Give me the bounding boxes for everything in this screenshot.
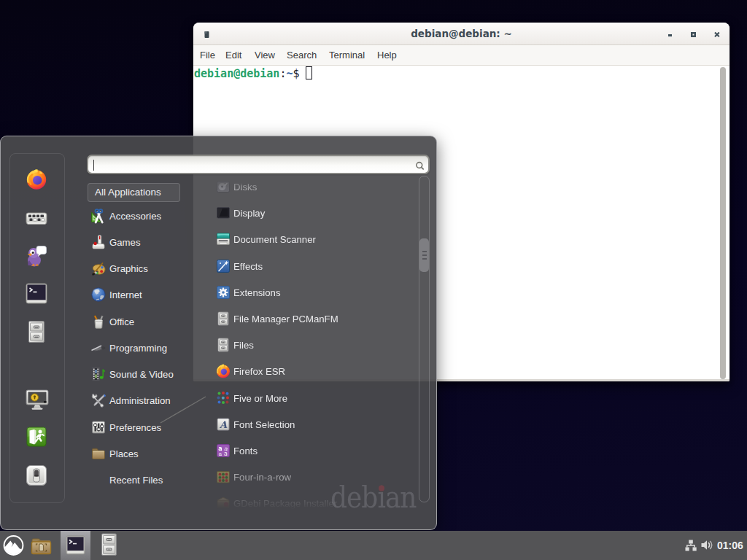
- menu-file[interactable]: File: [200, 45, 215, 65]
- display-icon: [215, 205, 231, 221]
- category-preferences[interactable]: Preferences: [87, 414, 211, 440]
- app-firefox-esr[interactable]: Firefox ESR: [209, 358, 415, 384]
- terminal-menubar: File Edit View Search Terminal Help: [193, 45, 729, 66]
- app-extensions[interactable]: Extensions: [209, 279, 415, 306]
- files-launcher-icon[interactable]: [101, 533, 117, 556]
- menu-scrollbar-thumb[interactable]: [419, 238, 429, 272]
- internet-icon: [90, 287, 107, 303]
- menu-help[interactable]: Help: [377, 45, 397, 65]
- panel-clock[interactable]: 01:06: [717, 531, 746, 560]
- graphics-icon: [90, 260, 107, 276]
- terminal-icon: [66, 535, 85, 556]
- games-icon: [90, 234, 107, 250]
- app-font-selection[interactable]: A Font Selection: [209, 411, 415, 438]
- extensions-icon: [215, 284, 231, 300]
- accessories-icon: [90, 208, 107, 224]
- search-caret: [93, 160, 94, 171]
- category-programming[interactable]: Programming: [87, 335, 211, 361]
- scrollbar-grip-line: [422, 251, 427, 252]
- terminal-cursor: [306, 66, 312, 79]
- app-files[interactable]: Files: [209, 332, 415, 358]
- app-document-scanner[interactable]: Document Scanner: [209, 226, 415, 252]
- effects-icon: [215, 258, 231, 274]
- svg-text:a: a: [224, 451, 228, 457]
- category-office[interactable]: Office: [87, 308, 211, 335]
- app-file-manager-pcmanfm[interactable]: File Manager PCManFM: [209, 306, 415, 332]
- recent-files-icon: [90, 472, 107, 488]
- shell-prompt: debian@debian:~$: [194, 67, 300, 80]
- disks-icon: [215, 179, 231, 195]
- shutdown-icon[interactable]: [25, 464, 48, 487]
- applications-menu: debian: [0, 136, 437, 530]
- lock-screen-icon[interactable]: [25, 388, 50, 411]
- category-accessories[interactable]: Accessories: [87, 203, 211, 229]
- app-four-in-a-row[interactable]: Four-in-a-row: [209, 464, 415, 490]
- office-icon: [90, 314, 107, 330]
- fonts-icon: a a a a: [215, 443, 231, 459]
- menu-button[interactable]: [2, 534, 25, 556]
- terminal-taskbar-button[interactable]: [61, 531, 90, 560]
- menu-view[interactable]: View: [255, 45, 275, 65]
- all-applications-button[interactable]: All Applications: [88, 183, 180, 202]
- terminal-favorite-icon[interactable]: [25, 282, 48, 306]
- search-input[interactable]: [87, 155, 430, 174]
- category-places[interactable]: Places: [87, 440, 211, 467]
- menu-terminal[interactable]: Terminal: [329, 45, 365, 65]
- application-list: Disks Display Document Scanner: [209, 176, 415, 513]
- terminal-window-icon: [203, 29, 211, 39]
- font-selection-icon: A: [215, 416, 231, 432]
- file-manager-pcmanfm-icon: [215, 311, 231, 327]
- firefox-esr-icon: [215, 363, 231, 379]
- scrollbar-grip-line: [422, 258, 427, 260]
- desktop-screen: debian@debian: ~ File Edit View Search T…: [0, 0, 747, 560]
- category-graphics[interactable]: Graphics: [87, 255, 211, 281]
- volume-icon[interactable]: [700, 539, 713, 551]
- firefox-favorite-icon[interactable]: [25, 168, 48, 191]
- places-icon: [90, 446, 107, 462]
- close-button[interactable]: [708, 23, 727, 45]
- gdebi-icon: [215, 495, 231, 511]
- network-icon[interactable]: [685, 540, 697, 551]
- programming-icon: [90, 340, 107, 356]
- svg-text:A: A: [219, 419, 228, 430]
- minimize-button[interactable]: [660, 23, 679, 45]
- files-icon: [215, 337, 231, 353]
- file-cabinet-favorite-icon[interactable]: [25, 320, 48, 343]
- category-games[interactable]: Games: [87, 229, 211, 255]
- category-administration[interactable]: Administration: [87, 387, 211, 413]
- document-scanner-icon: [215, 231, 231, 247]
- maximize-button[interactable]: [684, 23, 703, 45]
- sound-video-icon: [90, 366, 107, 382]
- app-fonts[interactable]: a a a a Fonts: [209, 438, 415, 464]
- menu-edit[interactable]: Edit: [225, 45, 241, 65]
- scrollbar-grip-line: [422, 254, 427, 256]
- category-recent-files[interactable]: Recent Files: [87, 467, 211, 493]
- app-display[interactable]: Display: [209, 200, 415, 226]
- search-icon: [414, 159, 425, 171]
- app-effects[interactable]: Effects: [209, 253, 415, 279]
- logout-icon[interactable]: [25, 425, 48, 448]
- four-in-a-row-icon: [215, 469, 231, 485]
- terminal-scrollbar[interactable]: [720, 67, 726, 379]
- app-disks[interactable]: Disks: [209, 176, 415, 200]
- file-manager-launcher-icon[interactable]: [30, 537, 53, 556]
- pidgin-favorite-icon[interactable]: [25, 244, 48, 268]
- app-five-or-more[interactable]: Five or More: [209, 385, 415, 411]
- category-sound-video[interactable]: Sound & Video: [87, 361, 211, 387]
- keyboard-favorite-icon[interactable]: [25, 206, 48, 230]
- menu-search[interactable]: Search: [287, 45, 317, 65]
- administration-icon: [90, 392, 107, 408]
- category-internet[interactable]: Internet: [87, 281, 211, 308]
- svg-text:a: a: [219, 451, 222, 457]
- menu-scrollbar-track[interactable]: [419, 176, 430, 502]
- terminal-title: debian@debian: ~: [193, 23, 729, 45]
- bottom-panel: 01:06: [0, 531, 747, 560]
- five-or-more-icon: [215, 390, 231, 406]
- preferences-icon: [90, 419, 107, 435]
- app-gdebi[interactable]: GDebi Package Installer: [209, 490, 415, 513]
